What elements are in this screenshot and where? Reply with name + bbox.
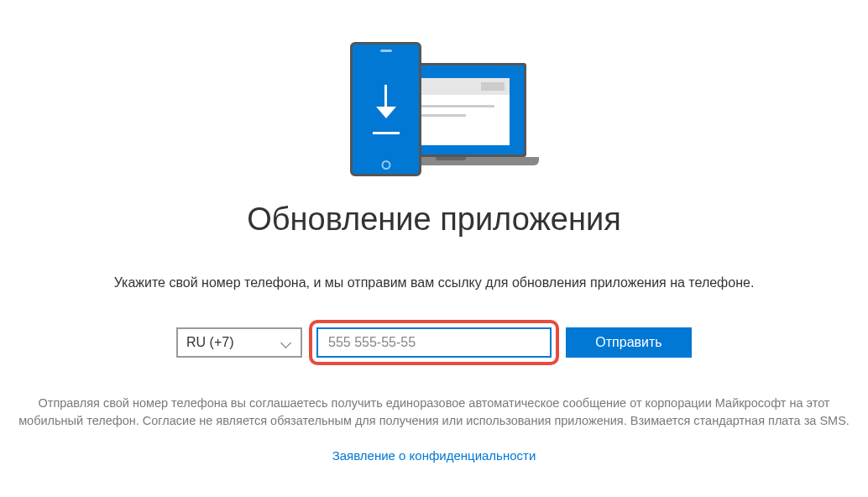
- phone-form-row: RU (+7) Отправить: [176, 320, 692, 365]
- page-title: Обновление приложения: [247, 201, 621, 238]
- country-code-select[interactable]: RU (+7): [176, 327, 302, 358]
- disclaimer-text: Отправляя свой номер телефона вы соглаша…: [10, 395, 858, 430]
- phone-input[interactable]: [316, 327, 552, 358]
- country-code-value: RU (+7): [186, 335, 233, 350]
- phone-input-highlight: [309, 320, 559, 365]
- download-icon: [373, 85, 400, 134]
- instruction-text: Укажите свой номер телефона, и мы отправ…: [114, 275, 755, 290]
- illustration-app-update: [316, 42, 552, 176]
- chevron-down-icon: [282, 337, 292, 348]
- phone-graphic: [350, 42, 421, 176]
- submit-button[interactable]: Отправить: [566, 327, 692, 358]
- privacy-link[interactable]: Заявление о конфиденциальности: [332, 448, 536, 463]
